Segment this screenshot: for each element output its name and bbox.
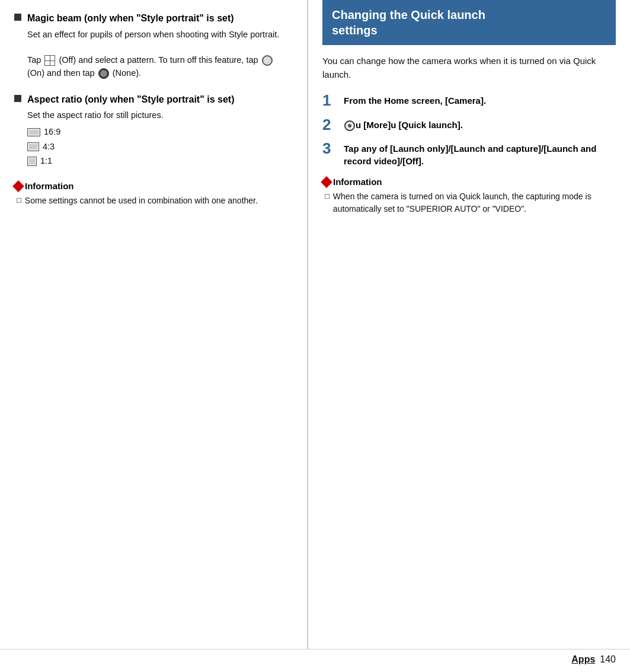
on-icon bbox=[262, 55, 273, 66]
step-3-number: 3 bbox=[322, 140, 344, 157]
off-icon bbox=[44, 55, 55, 66]
left-information-section: Information □ Some settings cannot be us… bbox=[14, 181, 293, 207]
left-information-header: Information bbox=[14, 181, 293, 191]
page-footer: Apps 140 bbox=[0, 649, 630, 672]
right-info-bullet: □ When the camera is turned on via Quick… bbox=[325, 190, 616, 215]
heading-line1: Changing the Quick launch bbox=[332, 8, 485, 21]
heading-line2: settings bbox=[332, 24, 378, 37]
footer-apps-label: Apps bbox=[571, 654, 595, 665]
step-2-text-bold: u [More]u [Quick launch]. bbox=[344, 120, 463, 130]
aspect-ratio-section: Aspect ratio (only when "Style portrait"… bbox=[14, 93, 293, 168]
step-3-text: Tap any of [Launch only]/[Launch and cap… bbox=[344, 140, 616, 167]
section-header: Changing the Quick launch settings bbox=[322, 0, 616, 45]
step-1-text: From the Home screen, [Camera]. bbox=[344, 92, 486, 107]
right-column: Changing the Quick launch settings You c… bbox=[308, 0, 630, 649]
aspect-11: 1:1 bbox=[27, 155, 293, 168]
aspect-ratio-intro: Set the aspect ratio for still pictures. bbox=[27, 110, 164, 120]
aspect-169-icon bbox=[27, 128, 40, 136]
none-icon bbox=[98, 68, 109, 79]
gear-circle-icon bbox=[344, 120, 355, 131]
step-1: 1 From the Home screen, [Camera]. bbox=[322, 92, 616, 109]
step-2: 2 u [More]u [Quick launch]. bbox=[322, 116, 616, 133]
right-info-note: When the camera is turned on via Quick l… bbox=[333, 190, 616, 215]
section-header-text: Changing the Quick launch settings bbox=[332, 7, 606, 38]
aspect-ratio-body: Set the aspect ratio for still pictures.… bbox=[27, 109, 293, 168]
step-3: 3 Tap any of [Launch only]/[Launch and c… bbox=[322, 140, 616, 167]
left-column: Magic beam (only when "Style portrait" i… bbox=[0, 0, 308, 649]
step-1-text-bold: From the Home screen, [Camera]. bbox=[344, 95, 486, 106]
right-info-body: □ When the camera is turned on via Quick… bbox=[322, 190, 616, 215]
page-container: Magic beam (only when "Style portrait" i… bbox=[0, 0, 630, 649]
right-information-section: Information □ When the camera is turned … bbox=[322, 177, 616, 215]
bullet-square-icon bbox=[14, 14, 21, 21]
right-info-label: Information bbox=[333, 177, 382, 187]
left-info-label: Information bbox=[25, 181, 74, 191]
right-info-diamond-icon bbox=[321, 176, 332, 188]
aspect-43: 4:3 bbox=[27, 141, 293, 154]
intro-text: You can change how the camera works when… bbox=[322, 55, 616, 81]
info-diamond-icon bbox=[12, 180, 24, 192]
magic-beam-line1: Set an effect for pupils of person when … bbox=[27, 30, 279, 39]
step-1-number: 1 bbox=[322, 92, 344, 109]
numbered-steps: 1 From the Home screen, [Camera]. 2 u [M… bbox=[322, 92, 616, 167]
step-2-number: 2 bbox=[322, 116, 344, 133]
step-2-text: u [More]u [Quick launch]. bbox=[344, 116, 463, 131]
right-info-bullet-char: □ bbox=[325, 190, 330, 202]
magic-beam-title: Magic beam (only when "Style portrait" i… bbox=[27, 12, 234, 25]
bullet-square-icon-2 bbox=[14, 95, 21, 102]
aspect-11-icon bbox=[27, 157, 37, 166]
left-info-note: Some settings cannot be used in combinat… bbox=[25, 195, 258, 207]
magic-beam-line2: Tap (Off) and select a pattern. To turn … bbox=[27, 55, 274, 78]
aspect-43-icon bbox=[27, 142, 39, 151]
magic-beam-section: Magic beam (only when "Style portrait" i… bbox=[14, 12, 293, 80]
info-bullet-char: □ bbox=[17, 195, 21, 206]
aspect-169: 16:9 bbox=[27, 126, 293, 139]
aspect-43-label: 4:3 bbox=[43, 141, 55, 154]
step-3-text-bold: Tap any of [Launch only]/[Launch and cap… bbox=[344, 144, 596, 166]
left-info-body: □ Some settings cannot be used in combin… bbox=[14, 195, 293, 207]
footer-page-number: 140 bbox=[600, 654, 616, 665]
magic-beam-header: Magic beam (only when "Style portrait" i… bbox=[14, 12, 293, 25]
left-info-bullet: □ Some settings cannot be used in combin… bbox=[17, 195, 293, 207]
aspect-169-label: 16:9 bbox=[44, 126, 60, 139]
aspect-11-label: 1:1 bbox=[40, 155, 52, 168]
aspect-ratio-header: Aspect ratio (only when "Style portrait"… bbox=[14, 93, 293, 106]
aspect-list: 16:9 4:3 1:1 bbox=[27, 126, 293, 168]
magic-beam-body: Set an effect for pupils of person when … bbox=[27, 28, 293, 80]
right-information-header: Information bbox=[322, 177, 616, 187]
aspect-ratio-title: Aspect ratio (only when "Style portrait"… bbox=[27, 93, 234, 106]
